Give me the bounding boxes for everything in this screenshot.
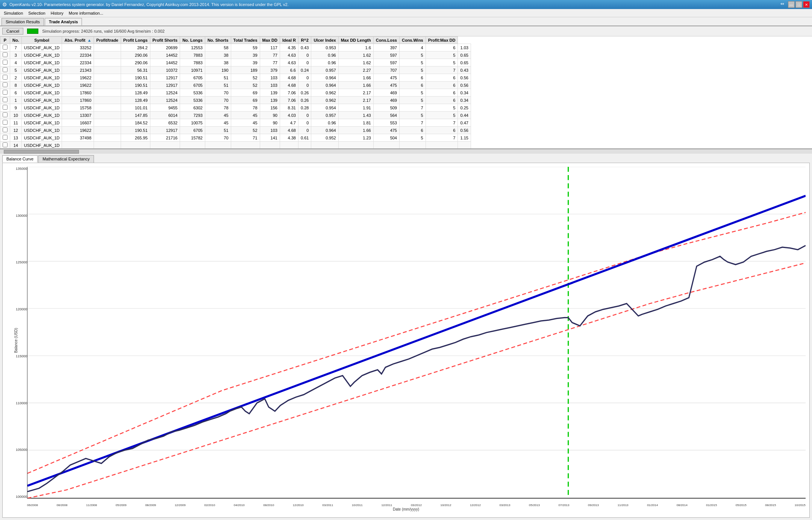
row-checkbox[interactable]: [3, 112, 8, 117]
table-cell: 56.31: [121, 67, 150, 74]
table-cell: 7.06: [280, 97, 298, 104]
col-header-profit-max-dd[interactable]: Profit:Max DD: [426, 37, 458, 44]
table-cell: 17860: [62, 89, 94, 97]
row-checkbox[interactable]: [3, 97, 8, 102]
row-checkbox[interactable]: [3, 127, 8, 132]
y-tick-130000: 130000: [16, 214, 27, 218]
table-cell: 70: [205, 134, 231, 142]
maximize-button[interactable]: □: [795, 1, 802, 8]
row-checkbox[interactable]: [3, 52, 8, 57]
col-header-p[interactable]: P: [0, 37, 10, 44]
table-cell: 9455: [150, 104, 180, 112]
col-header-symbol[interactable]: Symbol: [21, 37, 62, 44]
table-row[interactable]: 6USDCHF_AUK_1D17860128.49125245336706913…: [0, 89, 471, 97]
cancel-button[interactable]: Cancel: [2, 28, 23, 35]
table-cell: [373, 142, 399, 149]
table-cell: 3: [10, 51, 22, 59]
row-checkbox[interactable]: [3, 82, 8, 87]
row-checkbox[interactable]: [3, 135, 8, 140]
table-cell: 5: [399, 51, 426, 59]
col-header-no-longs[interactable]: No. Longs: [180, 37, 205, 44]
table-row[interactable]: 4USDCHF_AUK_1D22334290.06144527883383977…: [0, 59, 471, 67]
minimize-button[interactable]: —: [788, 1, 795, 8]
x-tick-22: 08/2014: [677, 503, 688, 507]
close-button[interactable]: ✕: [803, 1, 810, 8]
tab-balance-curve[interactable]: Balance Curve: [2, 155, 38, 163]
table-cell: 6: [426, 74, 458, 82]
col-header-no-shorts[interactable]: No. Shorts: [205, 37, 231, 44]
table-cell: 10971: [180, 67, 205, 74]
x-tick-7: 04/2010: [234, 503, 245, 507]
col-header-max-dd-length[interactable]: Max DD Length: [338, 37, 373, 44]
table-row[interactable]: 9USDCHF_AUK_1D15758101.01945563027878156…: [0, 104, 471, 112]
tab-mathematical-expectancy[interactable]: Mathematical Expectancy: [38, 155, 94, 163]
table-cell: 284.2: [121, 44, 150, 51]
results-table-container[interactable]: P No. Symbol Abs. Profit ▲ Profit/trade …: [0, 36, 812, 149]
resize-icon: ⇔: [780, 1, 784, 8]
table-cell: 101.01: [121, 104, 150, 112]
col-header-profit-longs[interactable]: Profit Longs: [121, 37, 150, 44]
col-header-profit-trade[interactable]: Profit/trade: [94, 37, 121, 44]
table-cell: 6302: [180, 104, 205, 112]
table-row[interactable]: 8USDCHF_AUK_1D19622190.51129176705515210…: [0, 82, 471, 89]
table-cell: 4.63: [280, 51, 298, 59]
table-row[interactable]: 13USDCHF_AUK_1D37498265.9521716157827071…: [0, 134, 471, 142]
table-row[interactable]: 1USDCHF_AUK_1D17860128.49125245336706913…: [0, 97, 471, 104]
x-tick-21: 01/2014: [647, 503, 658, 507]
tab-trade-analysis[interactable]: Trade Analysis: [45, 18, 82, 26]
table-cell: 10: [10, 112, 22, 119]
table-row[interactable]: 7USDCHF_AUK_1D33252284.22069912553585911…: [0, 44, 471, 51]
table-cell: 117: [260, 44, 280, 51]
table-cell: 1.81: [338, 119, 373, 127]
row-checkbox[interactable]: [3, 67, 8, 72]
table-row[interactable]: 2USDCHF_AUK_1D19622190.51129176705515210…: [0, 74, 471, 82]
x-tick-15: 12/2012: [470, 503, 481, 507]
col-header-no[interactable]: No.: [10, 37, 22, 44]
table-row[interactable]: 3USDCHF_AUK_1D22334290.06144527883383977…: [0, 51, 471, 59]
table-cell: 553: [373, 119, 399, 127]
table-row[interactable]: 10USDCHF_AUK_1D13307147.8560147293454590…: [0, 112, 471, 119]
col-header-ideal-r[interactable]: Ideal R: [280, 37, 298, 44]
col-header-profit-shorts[interactable]: Profit Shorts: [150, 37, 180, 44]
x-tick-12: 12/2011: [381, 503, 392, 507]
menu-simulation[interactable]: Simulation: [2, 10, 25, 16]
col-header-total-trades[interactable]: Total Trades: [231, 37, 260, 44]
table-cell: 190: [205, 67, 231, 74]
row-checkbox[interactable]: [3, 45, 8, 50]
table-cell: [94, 97, 121, 104]
col-header-ulcer-index[interactable]: Ulcer Index: [311, 37, 338, 44]
row-checkbox[interactable]: [3, 60, 8, 65]
row-checkbox[interactable]: [3, 120, 8, 125]
menu-more-info[interactable]: More information...: [67, 10, 106, 16]
table-cell: [231, 142, 260, 149]
x-tick-16: 03/2013: [500, 503, 511, 507]
row-checkbox[interactable]: [3, 75, 8, 80]
table-row[interactable]: 5USDCHF_AUK_1D2134356.311037210971190189…: [0, 67, 471, 74]
table-cell: [458, 142, 471, 149]
row-checkbox[interactable]: [3, 90, 8, 95]
table-row[interactable]: 11USDCHF_AUK_1D16607184.5265321007545459…: [0, 119, 471, 127]
tab-simulation-results[interactable]: Simulation Results: [2, 18, 44, 26]
scrollbar-thumb[interactable]: [4, 150, 79, 154]
col-header-cons-wins[interactable]: Cons.Wins: [399, 37, 426, 44]
col-header-max-dd[interactable]: Max DD: [260, 37, 280, 44]
row-checkbox[interactable]: [3, 105, 8, 110]
table-scrollbar-horizontal[interactable]: [0, 149, 812, 154]
table-cell: [0, 134, 10, 142]
title-bar-text: OpenKantu v2.10- Parameterless system ge…: [9, 2, 289, 7]
col-header-abs-profit[interactable]: Abs. Profit ▲: [62, 37, 94, 44]
row-checkbox[interactable]: [3, 142, 8, 147]
table-cell: 4: [10, 59, 22, 67]
table-row[interactable]: 12USDCHF_AUK_1D19622190.5112917670551521…: [0, 127, 471, 134]
col-header-r2[interactable]: R^2: [298, 37, 311, 44]
table-row[interactable]: 14USDCHF_AUK_1D: [0, 142, 471, 149]
col-header-cons-loss[interactable]: Cons.Loss: [373, 37, 399, 44]
x-tick-18: 07/2013: [559, 503, 570, 507]
table-cell: 6705: [180, 74, 205, 82]
menu-history[interactable]: History: [48, 10, 66, 16]
menu-selection[interactable]: Selection: [26, 10, 47, 16]
table-cell: USDCHF_AUK_1D: [21, 44, 62, 51]
table-cell: 12917: [150, 74, 180, 82]
table-cell: [0, 112, 10, 119]
table-cell: 103: [260, 82, 280, 89]
